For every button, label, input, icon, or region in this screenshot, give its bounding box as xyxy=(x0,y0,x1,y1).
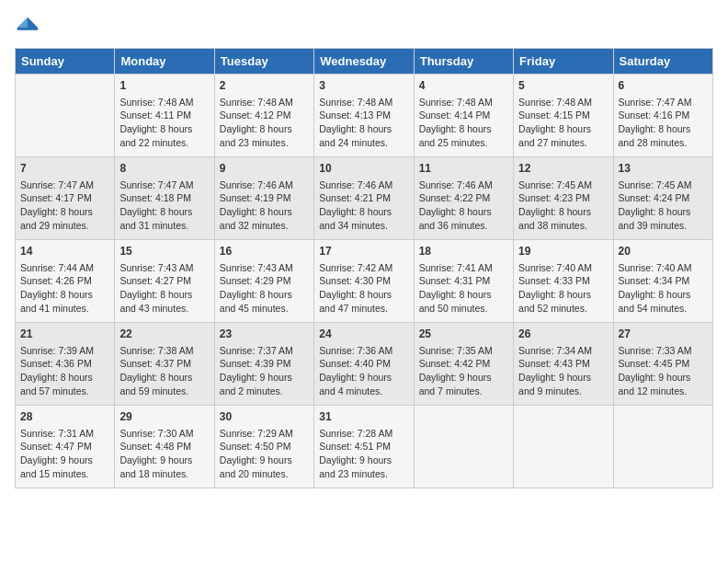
day-info: Sunrise: 7:31 AM Sunset: 4:47 PM Dayligh… xyxy=(20,427,109,481)
week-row-4: 28Sunrise: 7:31 AM Sunset: 4:47 PM Dayli… xyxy=(16,406,713,488)
day-info: Sunrise: 7:44 AM Sunset: 4:26 PM Dayligh… xyxy=(20,261,109,316)
day-info: Sunrise: 7:41 AM Sunset: 4:31 PM Dayligh… xyxy=(419,261,508,316)
day-info: Sunrise: 7:38 AM Sunset: 4:37 PM Dayligh… xyxy=(119,344,209,398)
day-cell: 14Sunrise: 7:44 AM Sunset: 4:26 PM Dayli… xyxy=(16,240,115,323)
day-number: 25 xyxy=(419,327,508,342)
day-info: Sunrise: 7:48 AM Sunset: 4:14 PM Dayligh… xyxy=(419,96,508,150)
day-info: Sunrise: 7:28 AM Sunset: 4:51 PM Dayligh… xyxy=(319,427,408,481)
day-number: 6 xyxy=(619,78,708,94)
day-number: 31 xyxy=(319,409,408,425)
day-cell: 27Sunrise: 7:33 AM Sunset: 4:45 PM Dayli… xyxy=(613,323,712,406)
day-number: 2 xyxy=(220,78,309,94)
day-info: Sunrise: 7:42 AM Sunset: 4:30 PM Dayligh… xyxy=(319,261,408,316)
header-saturday: Saturday xyxy=(613,49,712,75)
day-info: Sunrise: 7:46 AM Sunset: 4:19 PM Dayligh… xyxy=(220,178,309,233)
day-number: 26 xyxy=(518,327,608,342)
day-info: Sunrise: 7:48 AM Sunset: 4:11 PM Dayligh… xyxy=(119,96,209,150)
day-cell xyxy=(514,406,613,488)
day-cell: 7Sunrise: 7:47 AM Sunset: 4:17 PM Daylig… xyxy=(16,157,115,240)
day-number: 9 xyxy=(220,161,309,177)
svg-marker-0 xyxy=(28,17,38,28)
day-info: Sunrise: 7:33 AM Sunset: 4:45 PM Dayligh… xyxy=(619,344,708,398)
day-info: Sunrise: 7:43 AM Sunset: 4:29 PM Dayligh… xyxy=(220,261,309,316)
calendar-table: SundayMondayTuesdayWednesdayThursdayFrid… xyxy=(15,48,713,488)
day-number: 13 xyxy=(619,161,708,177)
day-info: Sunrise: 7:39 AM Sunset: 4:36 PM Dayligh… xyxy=(20,344,109,398)
header-wednesday: Wednesday xyxy=(314,49,414,75)
day-cell: 21Sunrise: 7:39 AM Sunset: 4:36 PM Dayli… xyxy=(16,323,115,406)
day-cell: 1Sunrise: 7:48 AM Sunset: 4:11 PM Daylig… xyxy=(115,75,214,157)
day-number: 18 xyxy=(419,244,508,259)
day-info: Sunrise: 7:34 AM Sunset: 4:43 PM Dayligh… xyxy=(518,344,608,398)
day-cell: 20Sunrise: 7:40 AM Sunset: 4:34 PM Dayli… xyxy=(613,240,712,323)
header-tuesday: Tuesday xyxy=(214,49,313,75)
day-info: Sunrise: 7:46 AM Sunset: 4:21 PM Dayligh… xyxy=(319,178,408,233)
day-cell: 16Sunrise: 7:43 AM Sunset: 4:29 PM Dayli… xyxy=(214,240,313,323)
day-cell: 9Sunrise: 7:46 AM Sunset: 4:19 PM Daylig… xyxy=(214,157,313,240)
day-info: Sunrise: 7:43 AM Sunset: 4:27 PM Dayligh… xyxy=(119,261,209,316)
day-info: Sunrise: 7:45 AM Sunset: 4:24 PM Dayligh… xyxy=(619,178,708,233)
day-number: 10 xyxy=(319,161,408,177)
day-info: Sunrise: 7:29 AM Sunset: 4:50 PM Dayligh… xyxy=(220,427,309,481)
day-cell: 31Sunrise: 7:28 AM Sunset: 4:51 PM Dayli… xyxy=(314,406,414,488)
logo xyxy=(15,15,44,40)
day-number: 30 xyxy=(220,409,309,425)
day-info: Sunrise: 7:30 AM Sunset: 4:48 PM Dayligh… xyxy=(119,427,209,481)
day-number: 11 xyxy=(419,161,508,177)
day-cell: 28Sunrise: 7:31 AM Sunset: 4:47 PM Dayli… xyxy=(16,406,115,488)
day-cell: 11Sunrise: 7:46 AM Sunset: 4:22 PM Dayli… xyxy=(414,157,513,240)
day-number: 27 xyxy=(619,327,708,342)
day-cell: 8Sunrise: 7:47 AM Sunset: 4:18 PM Daylig… xyxy=(115,157,214,240)
day-number: 17 xyxy=(319,244,408,259)
day-cell: 12Sunrise: 7:45 AM Sunset: 4:23 PM Dayli… xyxy=(514,157,613,240)
day-info: Sunrise: 7:36 AM Sunset: 4:40 PM Dayligh… xyxy=(319,344,408,398)
day-number: 4 xyxy=(419,78,508,94)
day-number: 7 xyxy=(20,161,109,177)
svg-marker-1 xyxy=(17,17,28,28)
header-thursday: Thursday xyxy=(414,49,513,75)
day-number: 28 xyxy=(20,409,109,425)
day-number: 14 xyxy=(20,244,109,259)
day-cell: 18Sunrise: 7:41 AM Sunset: 4:31 PM Dayli… xyxy=(414,240,513,323)
day-number: 15 xyxy=(119,244,209,259)
day-number: 16 xyxy=(220,244,309,259)
header-monday: Monday xyxy=(115,49,214,75)
day-info: Sunrise: 7:47 AM Sunset: 4:18 PM Dayligh… xyxy=(119,178,209,233)
day-cell: 26Sunrise: 7:34 AM Sunset: 4:43 PM Dayli… xyxy=(514,323,613,406)
page-header xyxy=(15,15,713,40)
day-cell: 25Sunrise: 7:35 AM Sunset: 4:42 PM Dayli… xyxy=(414,323,513,406)
day-number: 1 xyxy=(119,78,209,94)
day-number: 21 xyxy=(20,327,109,342)
week-row-0: 1Sunrise: 7:48 AM Sunset: 4:11 PM Daylig… xyxy=(16,75,713,157)
day-cell: 2Sunrise: 7:48 AM Sunset: 4:12 PM Daylig… xyxy=(214,75,313,157)
day-info: Sunrise: 7:35 AM Sunset: 4:42 PM Dayligh… xyxy=(419,344,508,398)
day-cell: 30Sunrise: 7:29 AM Sunset: 4:50 PM Dayli… xyxy=(214,406,313,488)
day-number: 29 xyxy=(119,409,209,425)
day-cell: 4Sunrise: 7:48 AM Sunset: 4:14 PM Daylig… xyxy=(414,75,513,157)
day-number: 24 xyxy=(319,327,408,342)
day-cell: 6Sunrise: 7:47 AM Sunset: 4:16 PM Daylig… xyxy=(613,75,712,157)
svg-rect-2 xyxy=(17,28,38,30)
day-cell: 10Sunrise: 7:46 AM Sunset: 4:21 PM Dayli… xyxy=(314,157,414,240)
day-number: 8 xyxy=(119,161,209,177)
day-cell: 19Sunrise: 7:40 AM Sunset: 4:33 PM Dayli… xyxy=(514,240,613,323)
day-cell: 24Sunrise: 7:36 AM Sunset: 4:40 PM Dayli… xyxy=(314,323,414,406)
day-info: Sunrise: 7:47 AM Sunset: 4:17 PM Dayligh… xyxy=(20,178,109,233)
day-number: 3 xyxy=(319,78,408,94)
day-cell xyxy=(414,406,513,488)
day-number: 5 xyxy=(518,78,608,94)
day-cell xyxy=(16,75,115,157)
day-number: 12 xyxy=(518,161,608,177)
day-info: Sunrise: 7:47 AM Sunset: 4:16 PM Dayligh… xyxy=(619,96,708,150)
day-info: Sunrise: 7:46 AM Sunset: 4:22 PM Dayligh… xyxy=(419,178,508,233)
day-cell xyxy=(613,406,712,488)
day-cell: 3Sunrise: 7:48 AM Sunset: 4:13 PM Daylig… xyxy=(314,75,414,157)
day-info: Sunrise: 7:48 AM Sunset: 4:13 PM Dayligh… xyxy=(319,96,408,150)
day-info: Sunrise: 7:45 AM Sunset: 4:23 PM Dayligh… xyxy=(518,178,608,233)
week-row-3: 21Sunrise: 7:39 AM Sunset: 4:36 PM Dayli… xyxy=(16,323,713,406)
day-info: Sunrise: 7:40 AM Sunset: 4:33 PM Dayligh… xyxy=(518,261,608,316)
day-info: Sunrise: 7:48 AM Sunset: 4:15 PM Dayligh… xyxy=(518,96,608,150)
logo-icon xyxy=(15,15,40,40)
week-row-2: 14Sunrise: 7:44 AM Sunset: 4:26 PM Dayli… xyxy=(16,240,713,323)
day-number: 23 xyxy=(220,327,309,342)
